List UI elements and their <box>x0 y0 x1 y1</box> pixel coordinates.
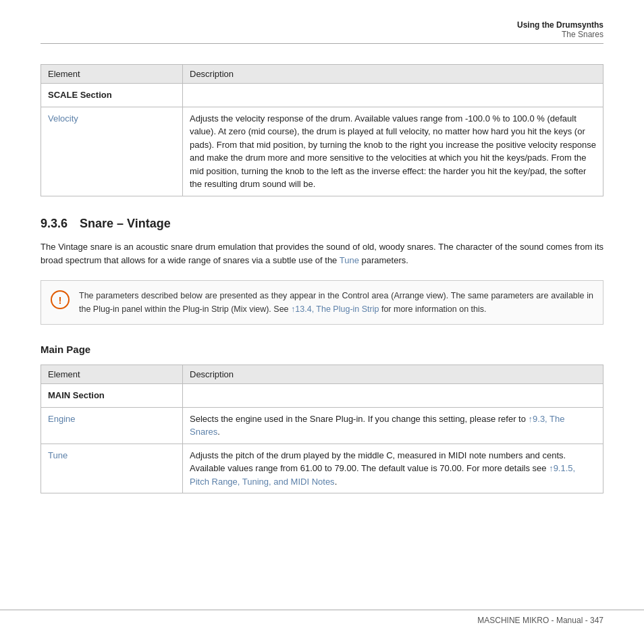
main-page-heading: Main Page <box>41 344 603 355</box>
table-row: SCALE Section <box>41 84 603 107</box>
scale-table: Element Description SCALE Section Veloci… <box>41 64 603 196</box>
note-text-post: for more information on this. <box>379 304 486 314</box>
page-wrapper: Using the Drumsynths The Snares Element … <box>0 0 644 541</box>
engine-label: Engine <box>41 407 183 444</box>
velocity-label: Velocity <box>41 107 183 196</box>
main-table: Element Description MAIN Section Engine … <box>41 365 603 493</box>
main-section-label: MAIN Section <box>41 384 183 408</box>
table-row: Engine Selects the engine used in the Sn… <box>41 407 603 444</box>
scale-section-desc <box>183 84 603 107</box>
tune-link-body[interactable]: Tune <box>340 255 359 265</box>
page-header: Using the Drumsynths The Snares <box>41 20 603 44</box>
table1-col2-header: Description <box>183 65 603 84</box>
note-text: The parameters described below are prese… <box>79 289 593 316</box>
tune-desc-post: . <box>335 477 338 487</box>
footer-text: MASCHINE MIKRO - Manual - 347 <box>477 616 603 625</box>
body-paragraph: The Vintage snare is an acoustic snare d… <box>41 240 603 269</box>
velocity-link[interactable]: Velocity <box>48 113 78 124</box>
main-section-desc <box>183 384 603 408</box>
section-936-title: Snare – Vintage <box>80 217 171 230</box>
table1-col1-header: Element <box>41 65 183 84</box>
header-title: Using the Drumsynths <box>41 20 603 30</box>
note-box: ! The parameters described below are pre… <box>41 280 603 325</box>
body-text-post: parameters. <box>359 255 408 265</box>
section-936-number: 9.3.6 <box>41 217 68 230</box>
table-row: MAIN Section <box>41 384 603 408</box>
section-936-heading: 9.3.6Snare – Vintage <box>41 217 603 231</box>
scale-section-label: SCALE Section <box>41 84 183 107</box>
engine-desc-post: . <box>217 427 220 437</box>
note-icon: ! <box>51 290 70 309</box>
page-footer: MASCHINE MIKRO - Manual - 347 <box>0 610 644 630</box>
plug-in-strip-link[interactable]: ↑13.4, The Plug-in Strip <box>291 304 379 314</box>
header-subtitle: The Snares <box>41 30 603 39</box>
tune-desc: Adjusts the pitch of the drum played by … <box>183 444 603 493</box>
tune-link-table[interactable]: Tune <box>48 450 68 460</box>
velocity-desc: Adjusts the velocity response of the dru… <box>183 107 603 196</box>
engine-desc: Selects the engine used in the Snare Plu… <box>183 407 603 444</box>
table-row: Tune Adjusts the pitch of the drum playe… <box>41 444 603 493</box>
table2-col2-header: Description <box>183 365 603 384</box>
tune-desc-pre: Adjusts the pitch of the drum played by … <box>190 450 566 474</box>
table2-col1-header: Element <box>41 365 183 384</box>
tune-label: Tune <box>41 444 183 493</box>
table-row: Velocity Adjusts the velocity response o… <box>41 107 603 196</box>
engine-link[interactable]: Engine <box>48 414 75 424</box>
engine-desc-pre: Selects the engine used in the Snare Plu… <box>190 414 529 424</box>
body-text-pre: The Vintage snare is an acoustic snare d… <box>41 242 603 266</box>
